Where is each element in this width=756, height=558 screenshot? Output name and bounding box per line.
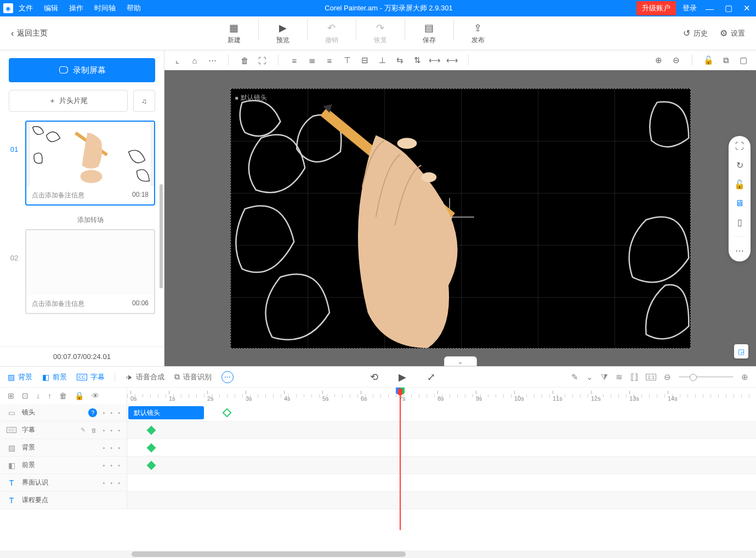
track-dot[interactable]: • xyxy=(103,462,105,469)
track-dot[interactable]: • xyxy=(103,409,105,416)
timeline-ruler[interactable]: 0s1s2s3s4s5s6s7s8s9s10s11s12s13s14s xyxy=(127,388,756,404)
move-down-icon[interactable]: ↓ xyxy=(36,391,40,400)
zoom-slider[interactable] xyxy=(679,376,734,378)
rewind-button[interactable]: ⟲ xyxy=(368,371,380,383)
track-dot[interactable]: • xyxy=(103,427,105,434)
tab-foreground[interactable]: ◧前景 xyxy=(42,372,67,382)
expand-button[interactable]: ⤢ xyxy=(425,371,437,383)
save-button[interactable]: ▤保存 xyxy=(410,19,448,48)
track-dot[interactable]: • xyxy=(110,480,112,486)
edit-icon[interactable]: ✎ xyxy=(571,372,578,382)
menu-edit[interactable]: 编辑 xyxy=(44,3,58,13)
tab-subtitle[interactable]: CC字幕 xyxy=(77,372,105,382)
scrollbar-thumb[interactable] xyxy=(132,551,406,557)
add-folder-icon[interactable]: ⊡ xyxy=(22,391,29,400)
zoom-out-button[interactable]: ⊖ xyxy=(664,372,671,382)
timeline-scrollbar[interactable] xyxy=(0,550,756,558)
undo-button[interactable]: ↶撤销 xyxy=(312,19,351,48)
menu-file[interactable]: 文件 xyxy=(19,3,33,13)
more-icon[interactable]: ⋯ xyxy=(207,55,217,65)
track-lane[interactable] xyxy=(127,422,756,439)
crop-icon[interactable]: ⛶ xyxy=(257,55,267,65)
playhead[interactable] xyxy=(400,388,401,530)
tab-background[interactable]: ▨背景 xyxy=(8,372,32,382)
track-dot[interactable]: • xyxy=(118,427,120,434)
align-bottom-icon[interactable]: ⊥ xyxy=(377,55,387,65)
align-middle-icon[interactable]: ⊟ xyxy=(360,55,370,65)
funnel-icon[interactable]: ⧩ xyxy=(601,372,608,382)
add-transition-button[interactable]: 添加转场 xyxy=(25,211,155,229)
corner-tool[interactable]: ◲ xyxy=(734,344,748,358)
delete-icon[interactable]: 🗑 xyxy=(91,427,97,434)
collapse-handle[interactable]: ⌄ xyxy=(444,356,477,366)
copy-icon[interactable]: ⧉ xyxy=(721,55,731,65)
keyframe-add[interactable] xyxy=(223,408,232,418)
unlock-icon[interactable]: 🔓 xyxy=(703,55,713,65)
track-lane[interactable] xyxy=(127,457,756,474)
canvas-stage[interactable]: 默认镜头 xyxy=(164,70,756,366)
new-button[interactable]: ▦新建 xyxy=(215,19,253,48)
more-dots-icon[interactable]: ⋯ xyxy=(735,246,744,256)
music-button[interactable]: ♫ xyxy=(133,90,155,112)
equal-width-icon[interactable]: ⟷ xyxy=(430,55,440,65)
visibility-icon[interactable]: 👁 xyxy=(92,391,99,400)
menu-action[interactable]: 操作 xyxy=(69,3,83,13)
desktop-icon[interactable]: 🖥 xyxy=(735,198,744,208)
camera-clip[interactable]: 默认镜头 xyxy=(128,406,204,419)
menu-timeline[interactable]: 时间轴 xyxy=(94,3,116,13)
zoom-in-button[interactable]: ⊕ xyxy=(741,372,748,382)
redo-button[interactable]: ↷恢复 xyxy=(361,19,400,48)
paste-icon[interactable]: ▢ xyxy=(738,55,748,65)
track-dot[interactable]: • xyxy=(110,427,112,434)
tab-tts[interactable]: 🕩语音合成 xyxy=(125,372,164,382)
minimize-icon[interactable]: — xyxy=(703,4,716,13)
track-lane[interactable] xyxy=(127,474,756,491)
history-button[interactable]: ↺历史 xyxy=(683,28,708,38)
align-right-icon[interactable]: ≡ xyxy=(325,55,334,65)
lock-track-icon[interactable]: 🔒 xyxy=(75,391,84,400)
settings-button[interactable]: ⚙设置 xyxy=(720,28,745,38)
align-top-icon[interactable]: ⊤ xyxy=(342,55,352,65)
track-dot[interactable]: • xyxy=(103,480,105,486)
align-left-icon[interactable]: ≡ xyxy=(289,55,299,65)
zoom-in-icon[interactable]: ⊕ xyxy=(653,55,663,65)
publish-button[interactable]: ⇪发布 xyxy=(459,19,497,48)
filter-icon[interactable]: ⌄ xyxy=(586,372,593,382)
intro-outro-button[interactable]: ＋ 片头片尾 xyxy=(9,90,128,112)
trash-icon[interactable]: 🗑 xyxy=(240,55,249,65)
maximize-icon[interactable]: ▢ xyxy=(723,3,735,13)
ratio-icon[interactable]: 1:1 xyxy=(646,374,656,380)
track-dot[interactable]: • xyxy=(110,462,112,469)
close-icon[interactable]: ✕ xyxy=(741,3,753,13)
distribute-h-icon[interactable]: ⇆ xyxy=(395,55,405,65)
zoom-out-icon[interactable]: ⊖ xyxy=(671,55,681,65)
track-dot[interactable]: • xyxy=(118,409,120,416)
sidebar-scrollbar[interactable] xyxy=(160,184,163,288)
track-dot[interactable]: • xyxy=(103,445,105,451)
path-icon[interactable]: ≋ xyxy=(616,372,623,382)
mobile-icon[interactable]: ▯ xyxy=(737,217,742,227)
scene-item-1[interactable]: 01 xyxy=(9,121,155,206)
track-dot[interactable]: • xyxy=(118,462,120,469)
upgrade-button[interactable]: 升级账户 xyxy=(636,1,676,15)
login-button[interactable]: 登录 xyxy=(683,3,697,13)
track-dot[interactable]: • xyxy=(110,445,112,451)
track-lane[interactable]: 默认镜头 xyxy=(127,404,756,421)
equal-height-icon[interactable]: ⟷ xyxy=(447,55,457,65)
keyframe[interactable] xyxy=(147,443,156,453)
add-track-icon[interactable]: ⊞ xyxy=(8,391,14,400)
track-dot[interactable]: • xyxy=(110,409,112,416)
keyframe[interactable] xyxy=(147,426,156,435)
move-up-icon[interactable]: ↑ xyxy=(48,391,52,400)
delete-track-icon[interactable]: 🗑 xyxy=(59,391,67,400)
tab-asr[interactable]: ⧉语音识别 xyxy=(174,372,212,382)
help-icon[interactable]: ? xyxy=(88,408,97,417)
stage[interactable]: 默认镜头 xyxy=(230,88,691,349)
track-lane[interactable] xyxy=(127,492,756,509)
edit-icon[interactable]: ✎ xyxy=(81,426,86,434)
align-center-icon[interactable]: ≣ xyxy=(307,55,317,65)
scene-item-2[interactable]: 02 点击添加备注信息 00:06 xyxy=(9,229,155,314)
track-dot[interactable]: • xyxy=(118,445,120,451)
align-bottom-left-icon[interactable]: ⌞ xyxy=(172,55,182,65)
menu-help[interactable]: 帮助 xyxy=(127,3,141,13)
